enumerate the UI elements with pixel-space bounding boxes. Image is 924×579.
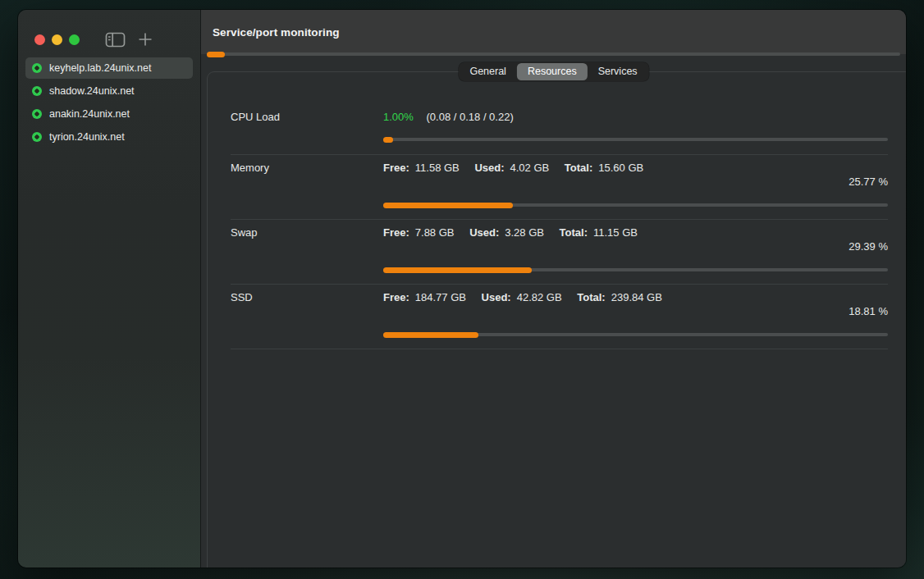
row-label: Memory [231, 162, 383, 174]
resource-row-ssd: SSD Free:184.77 GB Used:42.82 GB Total:2… [231, 284, 888, 349]
minimize-window-button[interactable] [52, 34, 62, 45]
toggle-sidebar-icon[interactable] [105, 32, 126, 48]
resource-row-swap: Swap Free:7.88 GB Used:3.28 GB Total:11.… [231, 219, 888, 284]
status-online-icon [32, 109, 42, 119]
total-value: 239.84 GB [611, 291, 662, 303]
app-window: keyhelp.lab.24unix.net shadow.24unix.net… [18, 10, 906, 568]
resource-rows: CPU Load 1.00% (0.08 / 0.18 / 0.22) Memo… [208, 72, 906, 349]
free-value: 184.77 GB [415, 291, 466, 303]
total-label: Total: [565, 162, 592, 174]
refresh-progress-fill [207, 52, 225, 57]
used-value: 4.02 GB [510, 162, 550, 174]
status-online-icon [32, 63, 42, 73]
close-window-button[interactable] [34, 34, 45, 45]
cpu-load-averages: (0.08 / 0.18 / 0.22) [427, 111, 514, 123]
resource-row-cpu: CPU Load 1.00% (0.08 / 0.18 / 0.22) [231, 111, 888, 154]
used-label: Used: [469, 226, 499, 239]
resources-group-box: CPU Load 1.00% (0.08 / 0.18 / 0.22) Memo… [207, 71, 906, 568]
main-panel: Service/port monitoring CPU Load 1.00% (… [201, 10, 906, 568]
tab-bar: General Resources Services [458, 62, 648, 81]
usage-percent: 25.77 % [231, 176, 888, 189]
total-value: 15.60 GB [598, 162, 643, 174]
status-online-icon [32, 86, 42, 96]
row-label: CPU Load [231, 111, 383, 123]
used-value: 3.28 GB [505, 226, 544, 239]
server-name: keyhelp.lab.24unix.net [49, 62, 151, 74]
row-divider [231, 349, 888, 349]
window-chrome [18, 10, 200, 51]
sidebar-item-server[interactable]: shadow.24unix.net [25, 80, 193, 102]
server-list: keyhelp.lab.24unix.net shadow.24unix.net… [18, 57, 200, 149]
tab-resources[interactable]: Resources [517, 63, 588, 80]
memory-progress-bar [383, 203, 888, 207]
cpu-progress-fill [383, 137, 393, 143]
status-online-icon [32, 132, 42, 142]
resource-row-memory: Memory Free:11.58 GB Used:4.02 GB Total:… [231, 154, 888, 219]
page-title: Service/port monitoring [213, 26, 340, 39]
row-label: SSD [231, 291, 383, 303]
sidebar-item-server[interactable]: keyhelp.lab.24unix.net [25, 57, 193, 79]
sidebar-item-server[interactable]: tyrion.24unix.net [25, 126, 193, 148]
usage-percent: 18.81 % [231, 305, 888, 318]
refresh-progress-bar [207, 52, 900, 56]
free-label: Free: [383, 226, 409, 239]
free-label: Free: [383, 291, 409, 303]
ssd-progress-bar [383, 333, 888, 336]
free-value: 7.88 GB [415, 226, 455, 239]
row-label: Swap [231, 226, 383, 239]
add-server-button[interactable] [138, 32, 153, 47]
cpu-progress-bar [383, 138, 888, 141]
usage-percent: 29.39 % [231, 240, 888, 253]
total-label: Total: [577, 291, 605, 303]
server-name: anakin.24unix.net [49, 108, 130, 120]
swap-progress-bar [383, 268, 888, 271]
used-label: Used: [482, 291, 511, 303]
used-value: 42.82 GB [517, 291, 562, 303]
sidebar-item-server[interactable]: anakin.24unix.net [25, 103, 193, 125]
free-value: 11.58 GB [415, 162, 460, 174]
titlebar: Service/port monitoring [201, 10, 906, 54]
cpu-load-value: 1.00% [383, 111, 414, 123]
sidebar: keyhelp.lab.24unix.net shadow.24unix.net… [18, 10, 201, 568]
total-label: Total: [560, 226, 588, 239]
zoom-window-button[interactable] [69, 34, 80, 45]
tab-services[interactable]: Services [588, 63, 648, 80]
used-label: Used: [474, 162, 504, 174]
ssd-progress-fill [383, 332, 478, 338]
free-label: Free: [383, 162, 409, 174]
swap-progress-fill [383, 267, 532, 273]
total-value: 11.15 GB [593, 226, 638, 239]
memory-progress-fill [383, 203, 513, 208]
server-name: shadow.24unix.net [49, 85, 135, 97]
server-name: tyrion.24unix.net [49, 131, 125, 143]
tab-general[interactable]: General [459, 63, 516, 80]
